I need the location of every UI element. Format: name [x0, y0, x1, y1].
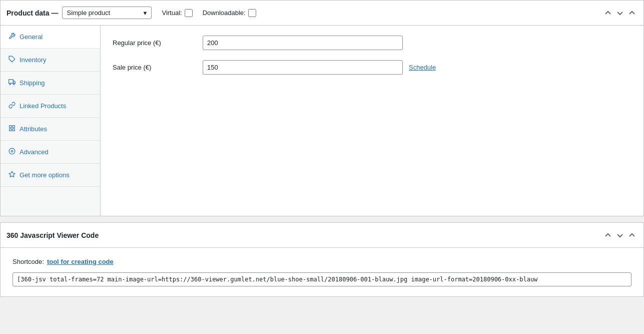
- sale-price-label: Sale price (€): [113, 64, 203, 71]
- checkbox-group: Virtual: Downloadable:: [162, 9, 602, 17]
- viewer-nav-up-button[interactable]: [602, 231, 613, 240]
- shortcode-tool-link[interactable]: tool for creating code: [47, 258, 114, 265]
- viewer-nav-expand-button[interactable]: [626, 231, 637, 240]
- chevron-down-icon: [616, 10, 623, 17]
- product-data-sidebar: General Inventory: [1, 26, 101, 216]
- viewer-expand-icon: [628, 232, 635, 239]
- panel-nav-buttons: [602, 9, 637, 18]
- sidebar-item-advanced[interactable]: Advanced: [1, 141, 100, 164]
- product-type-select[interactable]: Simple product Variable product Grouped …: [62, 7, 152, 19]
- svg-point-9: [11, 150, 13, 152]
- product-data-panel: Product data — Simple product Variable p…: [0, 0, 644, 216]
- svg-rect-7: [13, 129, 15, 131]
- sidebar-general-label: General: [20, 33, 43, 41]
- product-type-select-wrapper[interactable]: Simple product Variable product Grouped …: [62, 7, 152, 19]
- viewer-chevron-up-icon: [604, 232, 611, 239]
- nav-expand-button[interactable]: [626, 9, 637, 18]
- downloadable-checkbox[interactable]: [248, 9, 256, 17]
- downloadable-label-text: Downloadable:: [203, 9, 246, 17]
- viewer-panel: 360 Javascript Viewer Code: [0, 222, 644, 297]
- sale-price-row: Sale price (€) Schedule: [113, 60, 631, 75]
- sidebar-item-general[interactable]: General: [1, 26, 100, 49]
- get-more-icon: [9, 171, 16, 179]
- svg-rect-5: [10, 126, 12, 128]
- sidebar-attributes-label: Attributes: [20, 125, 47, 133]
- downloadable-checkbox-label[interactable]: Downloadable:: [203, 9, 256, 17]
- title-text: Product data: [7, 9, 50, 17]
- nav-down-button[interactable]: [614, 9, 625, 18]
- advanced-icon: [9, 148, 16, 156]
- virtual-checkbox-label[interactable]: Virtual:: [162, 9, 192, 17]
- viewer-panel-title: 360 Javascript Viewer Code: [7, 231, 602, 239]
- svg-rect-6: [13, 126, 15, 128]
- regular-price-input[interactable]: [203, 36, 403, 50]
- separator: —: [51, 9, 58, 17]
- product-data-header: Product data — Simple product Variable p…: [1, 1, 643, 26]
- product-data-content: Regular price (€) Sale price (€) Schedul…: [101, 26, 643, 216]
- sidebar-item-attributes[interactable]: Attributes: [1, 118, 100, 141]
- sidebar-item-get-more-options[interactable]: Get more options: [1, 164, 100, 187]
- viewer-nav-down-button[interactable]: [614, 231, 625, 240]
- shipping-icon: [9, 79, 16, 87]
- svg-point-3: [10, 83, 11, 85]
- expand-icon: [628, 10, 635, 17]
- sidebar-inventory-label: Inventory: [20, 56, 46, 64]
- sidebar-advanced-label: Advanced: [20, 148, 49, 156]
- sidebar-item-shipping[interactable]: Shipping: [1, 72, 100, 95]
- shortcode-input[interactable]: [13, 272, 631, 286]
- viewer-panel-nav-buttons: [602, 231, 637, 240]
- virtual-label-text: Virtual:: [162, 9, 182, 17]
- chevron-up-icon: [604, 10, 611, 17]
- regular-price-label: Regular price (€): [113, 39, 203, 47]
- svg-rect-8: [10, 129, 12, 131]
- svg-point-4: [13, 83, 15, 85]
- virtual-checkbox[interactable]: [185, 9, 193, 17]
- product-data-title: Product data —: [7, 9, 58, 17]
- inventory-icon: [9, 56, 16, 64]
- wrench-icon: [9, 33, 16, 41]
- regular-price-row: Regular price (€): [113, 36, 631, 50]
- viewer-panel-header: 360 Javascript Viewer Code: [1, 223, 643, 248]
- sidebar-item-linked-products[interactable]: Linked Products: [1, 95, 100, 118]
- schedule-link[interactable]: Schedule: [409, 64, 436, 71]
- sale-price-input[interactable]: [203, 60, 403, 75]
- viewer-chevron-down-icon: [616, 232, 623, 239]
- sidebar-shipping-label: Shipping: [20, 79, 45, 87]
- attributes-icon: [9, 125, 16, 133]
- sidebar-linked-products-label: Linked Products: [20, 102, 66, 110]
- viewer-panel-body: Shortcode: tool for creating code: [1, 248, 643, 296]
- shortcode-row: Shortcode: tool for creating code: [13, 258, 631, 265]
- nav-up-button[interactable]: [602, 9, 613, 18]
- sidebar-item-inventory[interactable]: Inventory: [1, 49, 100, 72]
- page-wrapper: Product data — Simple product Variable p…: [0, 0, 644, 334]
- svg-marker-2: [13, 81, 15, 84]
- product-data-body: General Inventory: [1, 26, 643, 216]
- sidebar-get-more-label: Get more options: [20, 171, 70, 179]
- shortcode-text-label: Shortcode:: [13, 258, 44, 265]
- link-icon: [9, 102, 16, 110]
- svg-rect-1: [9, 80, 14, 84]
